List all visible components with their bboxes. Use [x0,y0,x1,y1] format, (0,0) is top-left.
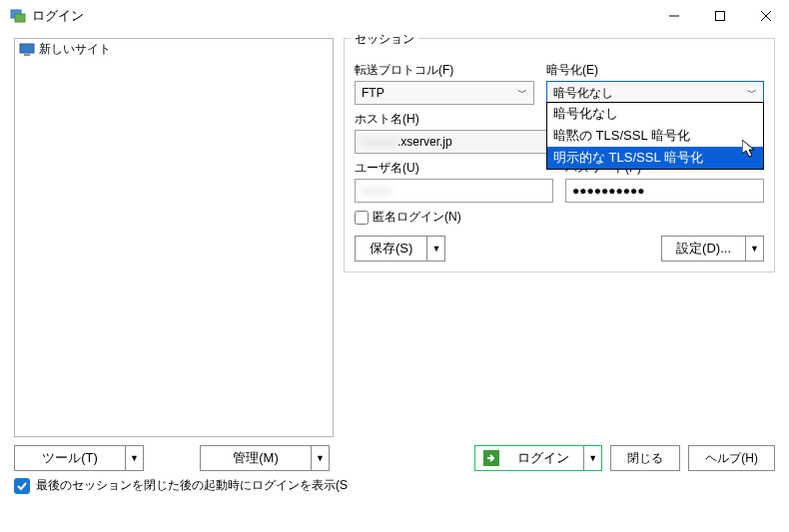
session-legend: セッション [351,31,418,48]
tree-item-label: 新しいサイト [39,41,111,58]
login-icon [483,450,499,466]
dropdown-arrow-icon[interactable]: ▼ [426,237,444,261]
save-button[interactable]: 保存(S) ▼ [355,236,445,262]
monitor-icon [19,43,35,57]
user-input[interactable]: xxxxx [355,179,553,203]
settings-button-label: 設定(D)... [662,240,745,258]
help-button[interactable]: ヘルプ(H) [688,445,775,471]
cursor-icon [742,140,760,160]
close-label: 閉じる [627,450,663,467]
user-label: ユーザ名(U) [355,160,553,177]
tools-label: ツール(T) [15,449,125,467]
pass-value: ●●●●●●●●●● [572,184,644,198]
site-tree[interactable]: 新しいサイト [14,38,334,437]
window-title: ログイン [32,7,84,25]
pass-input[interactable]: ●●●●●●●●●● [565,179,764,203]
close-button[interactable] [743,0,789,32]
help-label: ヘルプ(H) [705,450,758,467]
anonymous-label: 匿名ログイン(N) [373,209,461,226]
encryption-option-explicit[interactable]: 明示的な TLS/SSL 暗号化 [547,147,763,169]
svg-rect-3 [716,12,725,21]
chevron-down-icon: ﹀ [747,86,757,100]
host-prefix-blurred: xxxxxx [362,135,397,149]
protocol-value: FTP [362,86,385,100]
check-icon [17,481,27,491]
user-value-blurred: xxxxx [362,184,392,198]
encryption-label: 暗号化(E) [546,62,764,79]
encryption-option-none[interactable]: 暗号化なし [547,103,763,125]
maximize-button[interactable] [697,0,743,32]
encryption-option-implicit[interactable]: 暗黙の TLS/SSL 暗号化 [547,125,763,147]
session-pane: セッション 転送プロトコル(F) FTP ﹀ 暗号化(E) 暗号化なし ﹀ [344,38,775,437]
login-label: ログイン [503,449,583,467]
host-value: .xserver.jp [397,135,452,149]
tools-button[interactable]: ツール(T) ▼ [14,445,144,471]
manage-label: 管理(M) [201,449,311,467]
svg-rect-7 [24,54,30,56]
window-buttons [651,0,789,32]
dropdown-arrow-icon[interactable]: ▼ [125,446,143,470]
settings-button[interactable]: 設定(D)... ▼ [661,236,764,262]
login-button[interactable]: ログイン ▼ [474,445,602,471]
sites-pane: 新しいサイト [14,38,334,437]
anonymous-checkbox[interactable] [355,211,369,225]
bottom-bar: ツール(T) ▼ 管理(M) ▼ ログイン ▼ 閉じる ヘルプ(H) [0,441,789,475]
anonymous-checkbox-row: 匿名ログイン(N) [355,209,764,226]
titlebar: ログイン [0,0,789,32]
show-login-checkbox[interactable] [14,478,30,494]
dropdown-arrow-icon[interactable]: ▼ [311,446,329,470]
dropdown-arrow-icon[interactable]: ▼ [745,237,763,261]
protocol-label: 転送プロトコル(F) [355,62,534,79]
session-fieldset: セッション 転送プロトコル(F) FTP ﹀ 暗号化(E) 暗号化なし ﹀ [344,38,775,272]
show-login-label: 最後のセッションを閉じた後の起動時にログインを表示(S [36,477,348,494]
svg-rect-1 [15,14,25,22]
chevron-down-icon: ﹀ [517,86,527,100]
save-button-label: 保存(S) [356,240,426,258]
app-icon [10,8,26,24]
dropdown-arrow-icon[interactable]: ▼ [583,446,601,470]
manage-button[interactable]: 管理(M) ▼ [200,445,330,471]
close-dialog-button[interactable]: 閉じる [610,445,680,471]
footer-row: 最後のセッションを閉じた後の起動時にログインを表示(S [0,475,789,496]
tree-item-new-site[interactable]: 新しいサイト [15,39,333,60]
encryption-dropdown[interactable]: 暗号化なし 暗黙の TLS/SSL 暗号化 明示的な TLS/SSL 暗号化 [546,102,764,170]
svg-rect-6 [20,44,34,53]
protocol-select[interactable]: FTP ﹀ [355,81,534,105]
minimize-button[interactable] [651,0,697,32]
encryption-value: 暗号化なし [553,85,613,102]
